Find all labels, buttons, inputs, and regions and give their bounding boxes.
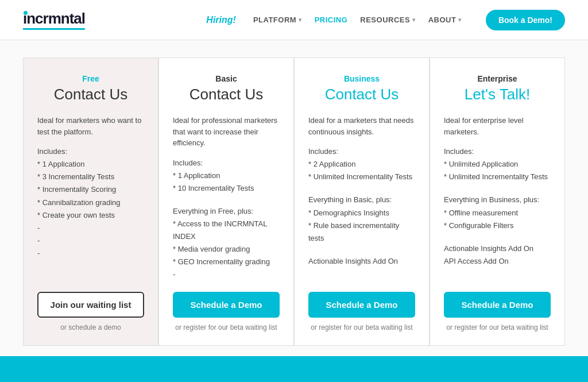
plan-desc-business: Ideal for a marketers that needs continu…: [308, 115, 415, 137]
plan-desc-basic: Ideal for professional marketers that wa…: [173, 115, 280, 149]
plan-or-text-business: or register for our beta waiting list: [311, 323, 412, 331]
feature-line: Includes:: [173, 157, 280, 169]
plan-action-free: Contact Us: [37, 86, 144, 103]
plan-features-basic: Includes:* 1 Application* 10 Incremental…: [173, 157, 280, 281]
chevron-down-icon: ▾: [412, 17, 416, 23]
feature-line: * Demographics Insights: [308, 207, 415, 219]
nav-resources-label: RESOURCES: [360, 16, 410, 24]
feature-line: [444, 183, 551, 194]
feature-line: -: [37, 222, 144, 234]
feature-line: * 2 Application: [308, 158, 415, 171]
plan-features-business: Includes:* 2 Application* Unlimited Incr…: [308, 145, 415, 281]
feature-line: Actionable Insights Add On: [308, 255, 415, 268]
plan-or-text-enterprise: or register for our beta waiting list: [446, 323, 548, 331]
feature-line: Includes:: [37, 145, 144, 158]
nav-pricing-label: PRICING: [315, 16, 348, 24]
hiring-label: Hiring!: [206, 15, 236, 25]
feature-line: [173, 195, 280, 205]
feature-line: * Rule based incrementality tests: [308, 219, 415, 245]
plan-label-free: Free: [37, 74, 144, 83]
chevron-down-icon: ▾: [299, 17, 302, 23]
feature-line: * Unlimited Incrementality Tests: [444, 171, 551, 183]
nav-pricing[interactable]: PRICING: [315, 16, 348, 24]
feature-line: Everything in Basic, plus:: [308, 194, 415, 206]
feature-line: * Unlimited Application: [444, 158, 551, 171]
logo-dot: [24, 11, 28, 15]
logo-underline: [23, 28, 85, 30]
main-content: FreeContact UsIdeal for marketers who wa…: [0, 40, 588, 375]
nav-platform-label: PLATFORM: [253, 16, 296, 24]
feature-line: -: [37, 234, 144, 247]
plan-cta-area-free: Join our waiting listor schedule a demo: [37, 292, 144, 331]
plan-cta-button-basic[interactable]: Schedule a Demo: [173, 292, 280, 318]
feature-line: Everything in Free, plus:: [173, 205, 280, 218]
feature-line: -: [37, 247, 144, 260]
feature-line: * Offline measurement: [444, 207, 551, 219]
feature-line: Includes:: [308, 145, 415, 158]
plan-label-enterprise: Enterprise: [444, 74, 551, 83]
feature-line: [308, 183, 415, 194]
plan-card-basic: BasicContact UsIdeal for professional ma…: [158, 57, 294, 346]
feature-line: * Configurable Filters: [444, 219, 551, 232]
plan-or-text-basic: or register for our beta waiting list: [175, 323, 277, 331]
feature-line: Includes:: [444, 145, 551, 158]
book-demo-button[interactable]: Book a Demo!: [486, 10, 565, 30]
feature-line: * 1 Application: [173, 169, 280, 182]
plan-or-text-free: or schedule a demo: [60, 323, 121, 331]
feature-line: * Media vendor grading: [173, 243, 280, 256]
plan-desc-free: Ideal for marketers who want to test the…: [37, 115, 144, 137]
plan-features-enterprise: Includes:* Unlimited Application* Unlimi…: [444, 145, 551, 281]
feature-line: [308, 245, 415, 255]
feature-line: * GEO Incrementality grading: [173, 256, 280, 268]
plan-desc-enterprise: Ideal for enterprise level marketers.: [444, 115, 551, 137]
feature-line: * 1 Application: [37, 158, 144, 171]
footer-bar: [0, 356, 588, 375]
plan-cta-area-business: Schedule a Demoor register for our beta …: [308, 292, 415, 331]
plan-action-basic: Contact Us: [173, 86, 280, 103]
feature-line: * Unlimited Incrementality Tests: [308, 171, 415, 183]
feature-line: API Access Add On: [444, 255, 551, 268]
feature-line: * Create your own tests: [37, 209, 144, 222]
feature-line: [444, 232, 551, 242]
feature-line: -: [173, 268, 280, 281]
nav-about[interactable]: ABOUT ▾: [428, 16, 462, 24]
logo-text: incrmntal: [23, 10, 85, 28]
pricing-grid: FreeContact UsIdeal for marketers who wa…: [23, 57, 565, 346]
nav-platform[interactable]: PLATFORM ▾: [253, 16, 302, 24]
plan-action-business: Contact Us: [308, 86, 415, 103]
plan-features-free: Includes:* 1 Application* 3 Incrementali…: [37, 145, 144, 281]
feature-line: Actionable Insights Add On: [444, 242, 551, 255]
plan-cta-area-enterprise: Schedule a Demoor register for our beta …: [444, 292, 551, 331]
plan-action-enterprise: Let's Talk!: [444, 86, 551, 103]
plan-cta-button-free[interactable]: Join our waiting list: [37, 292, 144, 318]
logo[interactable]: incrmntal: [23, 10, 85, 30]
feature-line: * Access to the INCRMNTAL INDEX: [173, 218, 280, 243]
feature-line: * Incrementality Scoring: [37, 183, 144, 196]
plan-cta-area-basic: Schedule a Demoor register for our beta …: [173, 292, 280, 331]
plan-label-business: Business: [308, 74, 415, 83]
nav-about-label: ABOUT: [428, 16, 457, 24]
chevron-down-icon: ▾: [458, 17, 462, 23]
nav-links: PLATFORM ▾ PRICING RESOURCES ▾ ABOUT ▾ B…: [253, 10, 565, 30]
plan-card-enterprise: EnterpriseLet's Talk!Ideal for enterpris…: [430, 57, 565, 346]
navbar: incrmntal Hiring! PLATFORM ▾ PRICING RES…: [0, 0, 588, 40]
plan-cta-button-enterprise[interactable]: Schedule a Demo: [444, 292, 551, 318]
plan-label-basic: Basic: [173, 74, 280, 83]
plan-card-free: FreeContact UsIdeal for marketers who wa…: [23, 57, 158, 346]
plan-card-business: BusinessContact UsIdeal for a marketers …: [294, 57, 430, 346]
feature-line: Everything in Business, plus:: [444, 194, 551, 206]
feature-line: * Cannibalization grading: [37, 196, 144, 209]
feature-line: * 3 Incrementality Tests: [37, 171, 144, 183]
feature-line: * 10 Incrementality Tests: [173, 182, 280, 195]
nav-resources[interactable]: RESOURCES ▾: [360, 16, 415, 24]
plan-cta-button-business[interactable]: Schedule a Demo: [308, 292, 415, 318]
